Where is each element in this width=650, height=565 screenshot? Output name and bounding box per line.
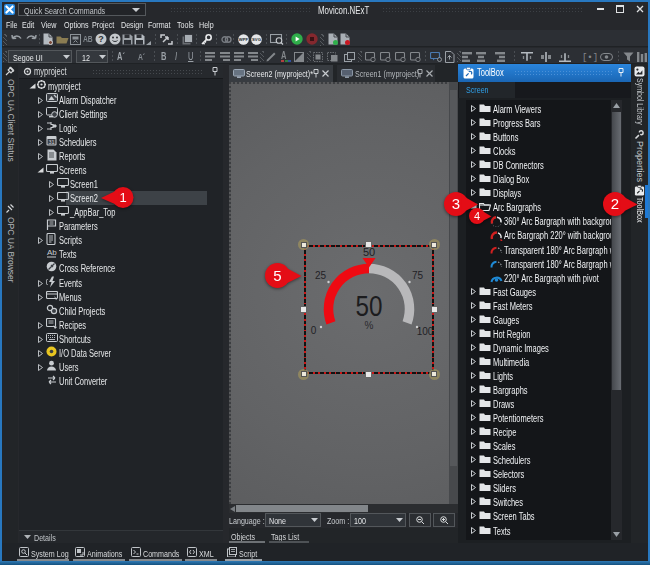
svg-text:SVG: SVG (252, 37, 261, 42)
svg-text:Ab: Ab (47, 248, 57, 257)
svg-text:%: % (365, 320, 374, 331)
svg-text:5: 5 (273, 266, 281, 283)
svg-text:?: ? (98, 34, 104, 44)
svg-text:2: 2 (610, 195, 618, 212)
svg-text:[•]: [•] (583, 53, 597, 62)
svg-text:1: 1 (119, 190, 126, 205)
svg-text:50: 50 (356, 290, 383, 322)
svg-text:75: 75 (412, 270, 424, 281)
svg-text:3: 3 (451, 195, 459, 212)
svg-text:0: 0 (311, 325, 317, 336)
svg-text:31: 31 (48, 139, 54, 145)
svg-text:4: 4 (473, 210, 479, 222)
svg-text:25: 25 (315, 270, 327, 281)
svg-text:WPF: WPF (239, 37, 249, 42)
